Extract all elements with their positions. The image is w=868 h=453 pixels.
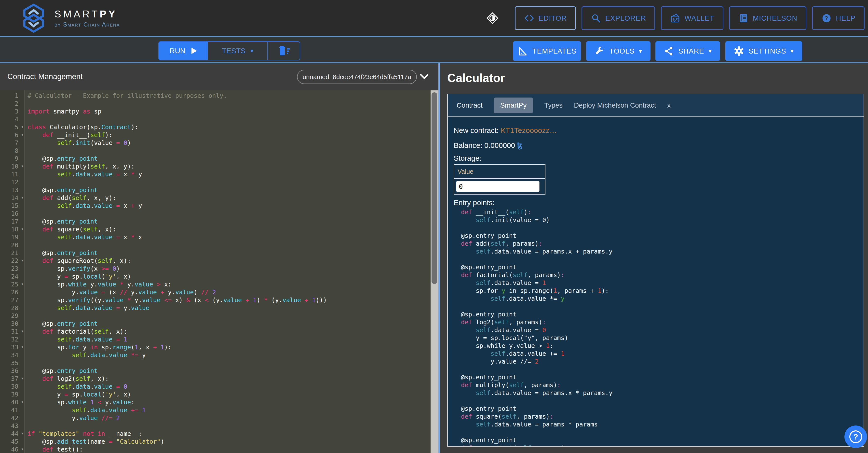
code-icon <box>524 13 535 24</box>
fold-icon[interactable]: ▾ <box>21 281 24 286</box>
gutter-line: 43 <box>0 422 24 430</box>
wrench-icon <box>594 46 605 56</box>
gutter-line: 38 <box>0 383 24 391</box>
nav-michelson-button[interactable]: MICHELSON <box>729 6 806 30</box>
contract-address[interactable]: KT1Tezoooozz… <box>501 126 557 134</box>
gutter-line: 5▾ <box>0 123 24 131</box>
balance-value: 0.000000 <box>484 141 515 149</box>
storage-column-header: Value <box>454 165 545 179</box>
run-button[interactable]: RUN <box>159 42 208 60</box>
contract-title: Calculator <box>447 71 505 85</box>
share-button[interactable]: SHARE ▾ <box>655 41 720 61</box>
contract-management-header: Contract Management unnamed_8dcee474f23c… <box>0 63 438 90</box>
balance-label: Balance: <box>454 141 483 149</box>
editor-scrollbar-thumb[interactable] <box>432 92 437 284</box>
tab-deploy-michelson-contract[interactable]: Deploy Michelson Contract <box>574 102 656 109</box>
gutter-line: 1 <box>0 92 24 100</box>
fold-icon[interactable]: ▾ <box>21 132 24 137</box>
nav-explorer-button[interactable]: EXPLORER <box>582 6 655 30</box>
gutter-line: 4 <box>0 115 24 123</box>
tests-dropdown[interactable]: TESTS ▾ <box>208 42 267 60</box>
fold-icon[interactable]: ▾ <box>21 257 24 263</box>
theme-toggle-icon[interactable] <box>486 11 499 25</box>
gutter-line: 18▾ <box>0 226 24 233</box>
help-icon: ? <box>821 13 832 24</box>
panel-splitter[interactable] <box>438 63 440 453</box>
output-tabs: Contract SmartPy Types Deploy Michelson … <box>448 94 864 117</box>
fold-icon[interactable]: ▾ <box>21 375 24 381</box>
storage-label: Storage: <box>454 154 858 162</box>
tab-smartpy[interactable]: SmartPy <box>494 97 533 113</box>
fold-icon[interactable]: ▾ <box>21 226 24 231</box>
fold-icon[interactable]: ▾ <box>21 328 24 334</box>
gutter-line: 39 <box>0 391 24 398</box>
nav-label: EDITOR <box>538 14 567 22</box>
chevron-down-icon: ▾ <box>790 48 794 54</box>
gutter-line: 10▾ <box>0 163 24 170</box>
storage-value-input[interactable] <box>456 181 539 192</box>
nav-editor-button[interactable]: EDITOR <box>515 6 576 30</box>
gutter-line: 30 <box>0 320 24 328</box>
fold-icon[interactable]: ▾ <box>21 446 24 452</box>
chevron-down-icon: ▾ <box>639 48 642 54</box>
contract-management-title: Contract Management <box>7 72 83 81</box>
settings-label: SETTINGS <box>748 47 786 55</box>
gutter-line: 11 <box>0 170 24 178</box>
gutter-line: 32 <box>0 336 24 343</box>
tools-label: TOOLS <box>609 47 634 55</box>
nav-label: MICHELSON <box>753 14 797 22</box>
nav-wallet-button[interactable]: ꜩ WALLET <box>661 6 723 30</box>
play-icon <box>191 47 197 55</box>
brand-name: SMARTPY <box>55 8 120 20</box>
fold-icon[interactable]: ▾ <box>21 163 24 169</box>
contract-selector[interactable]: unnamed_8dcee474f23c64d5ffa5117a <box>297 70 417 84</box>
fold-icon[interactable]: ▾ <box>21 399 24 404</box>
nav-label: EXPLORER <box>605 14 646 22</box>
templates-label: TEMPLATES <box>532 47 577 55</box>
chevron-down-icon[interactable] <box>419 73 429 80</box>
tab-types[interactable]: Types <box>544 102 563 109</box>
chevron-down-icon: ▾ <box>708 48 712 54</box>
smartpy-output: New contract: KT1Tezoooozz… Balance: 0.0… <box>448 117 864 446</box>
templates-button[interactable]: TEMPLATES <box>513 41 581 61</box>
nav-help-button[interactable]: ? HELP <box>812 6 865 30</box>
tests-label: TESTS <box>222 47 246 55</box>
run-label: RUN <box>169 47 186 55</box>
trash-icon <box>277 45 290 57</box>
gutter-line: 35 <box>0 359 24 367</box>
editor-gutter: 12345▾6▾78910▾11121314▾15161718▾19202122… <box>0 90 25 453</box>
clear-tests-button[interactable] <box>267 42 300 60</box>
fold-icon[interactable]: ▾ <box>21 344 24 349</box>
close-tab-icon[interactable]: x <box>667 102 671 109</box>
tools-button[interactable]: TOOLS ▾ <box>586 41 651 61</box>
brand-subtitle: by Smart Chain Arena <box>55 21 120 28</box>
editor-scrollbar[interactable] <box>431 90 438 453</box>
settings-button[interactable]: SETTINGS ▾ <box>725 41 802 61</box>
gutter-line: 25▾ <box>0 281 24 288</box>
gutter-line: 46▾ <box>0 446 24 453</box>
tab-contract[interactable]: Contract <box>457 102 483 109</box>
fold-icon[interactable]: ▾ <box>21 124 24 129</box>
gutter-line: 34 <box>0 351 24 359</box>
chevron-down-icon: ▾ <box>250 48 253 54</box>
gutter-line: 16 <box>0 210 24 218</box>
gutter-line: 45 <box>0 438 24 446</box>
fold-icon[interactable]: ▾ <box>21 195 24 200</box>
help-fab-button[interactable]: ? <box>844 425 867 448</box>
share-label: SHARE <box>679 47 704 55</box>
gutter-line: 40▾ <box>0 398 24 406</box>
gutter-line: 44▾ <box>0 430 24 438</box>
balance-line: Balance: 0.000000 ꜩ <box>454 141 858 150</box>
editor-code-area[interactable]: # Calculator - Example for illustrative … <box>28 92 430 453</box>
ledger-icon <box>738 13 749 24</box>
gutter-line: 8 <box>0 147 24 155</box>
fold-icon[interactable]: ▾ <box>21 430 24 436</box>
new-contract-label: New contract: <box>454 126 499 134</box>
gutter-line: 26 <box>0 288 24 296</box>
gutter-line: 2 <box>0 100 24 108</box>
ruler-icon <box>518 46 528 56</box>
new-contract-line: New contract: KT1Tezoooozz… <box>454 126 858 135</box>
gear-icon <box>734 46 744 56</box>
wallet-icon: ꜩ <box>670 13 681 24</box>
help-circle-icon: ? <box>849 430 862 443</box>
